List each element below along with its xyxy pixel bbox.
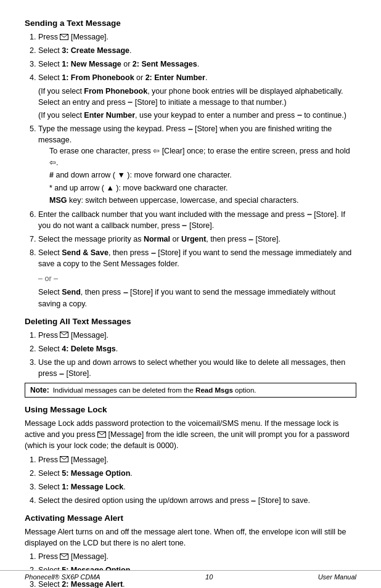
page-content: Sending a Text Message Press [Message]. … <box>25 18 356 588</box>
step5-subbullets: To erase one character, press ⇦ [Clear] … <box>38 145 356 206</box>
section-lock: Using Message Lock Message Lock adds pas… <box>25 405 356 506</box>
alert-step-1: Press [Message]. <box>38 551 356 562</box>
del-step-1: Press [Message]. <box>38 330 356 341</box>
store-key-6b <box>182 225 187 226</box>
step-7: Select the message priority as Normal or… <box>38 234 356 245</box>
step-8b: Select Send, then press [Store] if you w… <box>38 288 335 308</box>
section-title-deleting: Deleting All Text Messages <box>25 317 356 326</box>
store-key-del <box>59 374 64 375</box>
section-title-alert: Activating Message Alert <box>25 513 356 523</box>
sub-msg: MSG key: switch between uppercase, lower… <box>49 195 356 206</box>
del-step-3: Use the up and down arrows to select whe… <box>38 357 356 379</box>
store-key-lock <box>251 500 256 502</box>
store-key-7 <box>248 239 253 240</box>
step-6: Enter the callback number that you want … <box>38 209 356 231</box>
page-footer: Phonecell® SX6P CDMA 10 User Manual <box>0 570 381 581</box>
lock-step-2: Select 5: Message Option. <box>38 468 356 479</box>
sub-erase: To erase one character, press ⇦ [Clear] … <box>49 145 356 168</box>
store-key-5 <box>188 129 193 130</box>
footer-center: 10 <box>205 573 213 581</box>
section-sending: Sending a Text Message Press [Message]. … <box>25 18 356 309</box>
lock-step-4: Select the desired option using the up/d… <box>38 495 356 506</box>
sub-hash: # and down arrow ( ▼ ): move forward one… <box>49 170 356 181</box>
footer-right: User Manual <box>318 573 356 581</box>
step-5: Type the message using the keypad. Press… <box>38 123 356 206</box>
deleting-steps-list: Press [Message]. Select 4: Delete Msgs. … <box>25 330 356 380</box>
lock-steps-list: Press [Message]. Select 5: Message Optio… <box>25 454 356 507</box>
section-title-sending: Sending a Text Message <box>25 18 356 28</box>
lock-step-1: Press [Message]. <box>38 454 356 465</box>
footer-left: Phonecell® SX6P CDMA <box>25 573 100 581</box>
envelope-icon-alert1 <box>60 553 68 560</box>
note-text-deleting: Individual messages can be deleted from … <box>53 386 256 394</box>
store-key-8 <box>151 253 156 254</box>
store-key-6 <box>307 214 312 215</box>
note-box-deleting: Note: Individual messages can be deleted… <box>25 383 356 398</box>
sending-steps-list: Press [Message]. Select 3: Create Messag… <box>25 31 356 309</box>
sub-star: * and up arrow ( ▲ ): move backward one … <box>49 183 356 194</box>
del-step-2: Select 4: Delete Msgs. <box>38 343 356 354</box>
step-1: Press [Message]. <box>38 31 356 43</box>
envelope-icon-del1 <box>60 332 68 338</box>
envelope-icon-lock1 <box>60 456 68 462</box>
store-key-icon <box>128 102 133 103</box>
step-3: Select 1: New Message or 2: Sent Message… <box>38 59 356 70</box>
lock-step-3: Select 1: Message Lock. <box>38 481 356 492</box>
alert-intro: Message Alert turns on and off the messa… <box>25 526 356 549</box>
section-deleting: Deleting All Text Messages Press [Messag… <box>25 317 356 398</box>
step-2: Select 3: Create Message. <box>38 45 356 56</box>
section-title-lock: Using Message Lock <box>25 405 356 414</box>
step-8: Select Send & Save, then press [Store] i… <box>38 247 356 309</box>
lock-intro: Message Lock adds password protection to… <box>25 418 356 451</box>
note-label: Note: <box>30 386 49 394</box>
or-divider: – or – <box>38 273 356 284</box>
step-4: Select 1: From Phonebook or 2: Enter Num… <box>38 72 356 121</box>
envelope-icon-lock <box>97 431 106 438</box>
envelope-icon <box>60 34 68 40</box>
store-key-8b <box>123 292 128 293</box>
continue-key-icon <box>297 115 302 116</box>
